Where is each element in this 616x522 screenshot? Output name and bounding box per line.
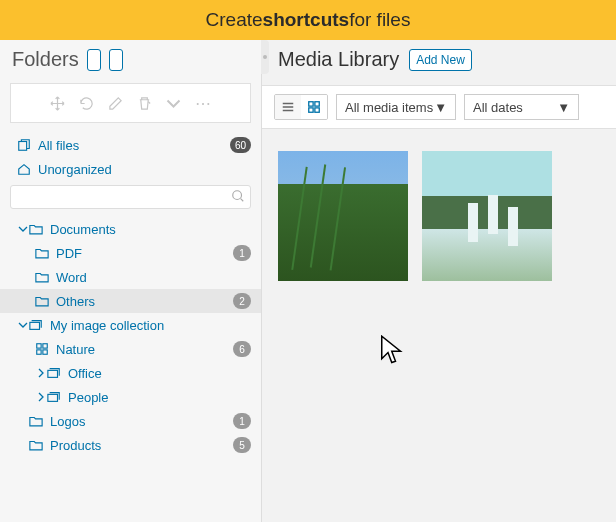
- add-collection-button[interactable]: [109, 49, 123, 71]
- move-icon[interactable]: [50, 96, 65, 111]
- collection-icon: [47, 366, 61, 380]
- tree-label: People: [68, 390, 251, 405]
- split-handle[interactable]: [261, 40, 269, 74]
- grid-icon: [307, 100, 321, 114]
- tree-documents[interactable]: Documents: [0, 217, 261, 241]
- chevron-right-icon: [36, 392, 46, 402]
- svg-rect-1: [19, 142, 27, 151]
- svg-rect-10: [309, 102, 313, 106]
- svg-rect-9: [48, 394, 58, 401]
- tree-label: Unorganized: [38, 162, 251, 177]
- folder-icon: [29, 222, 43, 236]
- content-pane: Media Library Add New All media items ▼ …: [262, 40, 616, 522]
- view-grid-button[interactable]: [301, 95, 327, 119]
- svg-rect-13: [315, 108, 319, 112]
- dropdown-icon: ▼: [557, 100, 570, 115]
- tree-label: Office: [68, 366, 251, 381]
- tree-my-image-collection[interactable]: My image collection: [0, 313, 261, 337]
- view-list-button[interactable]: [275, 95, 301, 119]
- trash-icon[interactable]: [137, 96, 152, 111]
- svg-rect-6: [37, 350, 41, 354]
- svg-rect-11: [315, 102, 319, 106]
- home-icon: [17, 162, 31, 176]
- svg-rect-5: [43, 344, 47, 348]
- svg-rect-3: [30, 322, 40, 329]
- tree-products[interactable]: Products 5: [0, 433, 261, 457]
- edit-icon[interactable]: [108, 96, 123, 111]
- tree-label: Documents: [50, 222, 251, 237]
- add-new-button[interactable]: Add New: [409, 49, 472, 71]
- search-icon: [231, 189, 245, 203]
- folder-icon: [35, 246, 49, 260]
- tree-label: PDF: [56, 246, 233, 261]
- folder-icon: [35, 270, 49, 284]
- tree-label: All files: [38, 138, 230, 153]
- media-type-select[interactable]: All media items ▼: [336, 94, 456, 120]
- tree-nature[interactable]: Nature 6: [0, 337, 261, 361]
- grid-icon: [35, 342, 49, 356]
- tree-office[interactable]: Office: [0, 361, 261, 385]
- svg-point-2: [233, 191, 242, 200]
- select-value: All dates: [473, 100, 523, 115]
- svg-rect-4: [37, 344, 41, 348]
- sidebar: Folders ⋯ All files 60 Unorg: [0, 40, 262, 522]
- folder-tree: All files 60 Unorganized Documents P: [0, 129, 261, 522]
- svg-rect-12: [309, 108, 313, 112]
- count-badge: 6: [233, 341, 251, 357]
- tree-people[interactable]: People: [0, 385, 261, 409]
- copy-icon: [17, 138, 31, 152]
- banner-suffix: for files: [349, 9, 410, 31]
- count-badge: 1: [233, 245, 251, 261]
- collection-icon: [47, 390, 61, 404]
- count-badge: 1: [233, 413, 251, 429]
- banner-prefix: Create: [206, 9, 263, 31]
- tree-label: Logos: [50, 414, 233, 429]
- chevron-down-icon[interactable]: [166, 96, 181, 111]
- page-title: Media Library: [278, 48, 399, 71]
- folder-icon: [29, 414, 43, 428]
- tree-unorganized[interactable]: Unorganized: [0, 157, 261, 181]
- add-folder-button[interactable]: [87, 49, 101, 71]
- thumbnail-waterfall[interactable]: [422, 151, 552, 281]
- refresh-icon[interactable]: [79, 96, 94, 111]
- collection-icon: [29, 318, 43, 332]
- folder-icon: [29, 438, 43, 452]
- select-value: All media items: [345, 100, 433, 115]
- tree-word[interactable]: Word: [0, 265, 261, 289]
- count-badge: 2: [233, 293, 251, 309]
- chevron-down-icon: [18, 224, 28, 234]
- banner-emph: shortcuts: [263, 9, 350, 31]
- thumbnails: [262, 129, 616, 303]
- tree-label: Nature: [56, 342, 233, 357]
- tree-label: Others: [56, 294, 233, 309]
- toolbar: ⋯: [10, 83, 251, 123]
- tree-label: My image collection: [50, 318, 251, 333]
- dropdown-icon: ▼: [434, 100, 447, 115]
- tree-pdf[interactable]: PDF 1: [0, 241, 261, 265]
- search-input[interactable]: [10, 185, 251, 209]
- more-icon[interactable]: ⋯: [195, 94, 212, 113]
- count-badge: 5: [233, 437, 251, 453]
- tree-logos[interactable]: Logos 1: [0, 409, 261, 433]
- filter-bar: All media items ▼ All dates ▼: [262, 85, 616, 129]
- tree-others[interactable]: Others 2: [0, 289, 261, 313]
- chevron-right-icon: [36, 368, 46, 378]
- chevron-down-icon: [18, 320, 28, 330]
- sidebar-title: Folders: [12, 48, 79, 71]
- tree-label: Products: [50, 438, 233, 453]
- tree-all-files[interactable]: All files 60: [0, 133, 261, 157]
- dates-select[interactable]: All dates ▼: [464, 94, 579, 120]
- banner: Create shortcuts for files: [0, 0, 616, 40]
- thumbnail-grass[interactable]: [278, 151, 408, 281]
- svg-rect-8: [48, 370, 58, 377]
- list-icon: [281, 100, 295, 114]
- folder-icon: [35, 294, 49, 308]
- tree-label: Word: [56, 270, 251, 285]
- svg-rect-7: [43, 350, 47, 354]
- count-badge: 60: [230, 137, 251, 153]
